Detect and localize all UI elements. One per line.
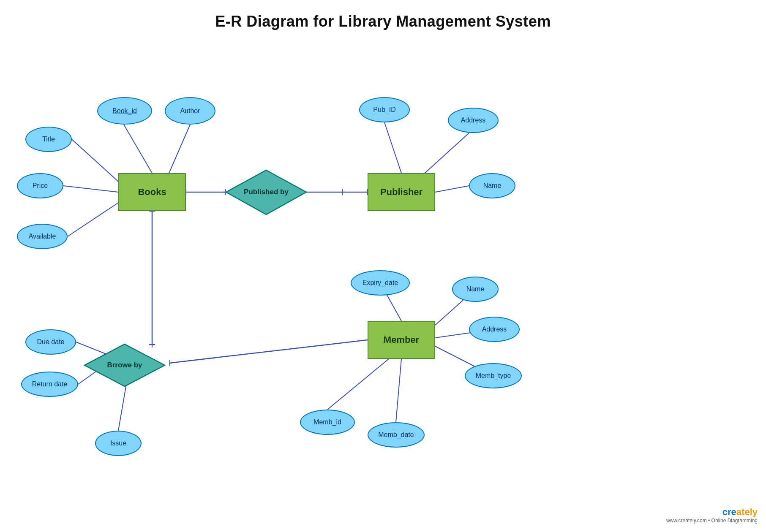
svg-line-2 <box>169 125 190 173</box>
attr-name-member: Name <box>452 277 499 302</box>
attr-pub-id: Pub_ID <box>359 97 410 122</box>
svg-line-28 <box>396 359 401 422</box>
svg-line-12 <box>423 133 469 175</box>
brand-ately: ately <box>736 507 758 517</box>
attr-author: Author <box>165 97 215 125</box>
relationship-brrowe-by: Brrowe by <box>82 342 167 388</box>
brand-cre: cre <box>722 507 736 517</box>
svg-line-11 <box>384 122 401 173</box>
attr-memb-id: Memb_id <box>300 410 355 435</box>
attr-issue: Issue <box>95 431 142 456</box>
svg-line-21 <box>169 340 368 363</box>
er-diagram: Books Publisher Member Published by Brro… <box>0 42 766 532</box>
diagram-title: E-R Diagram for Library Management Syste… <box>0 0 766 30</box>
attr-return-date: Return date <box>21 372 78 397</box>
svg-line-3 <box>63 186 118 192</box>
attr-title: Title <box>25 127 72 152</box>
svg-line-20 <box>118 382 127 431</box>
svg-text:Brrowe by: Brrowe by <box>107 361 142 369</box>
attr-memb-date: Memb_date <box>368 422 425 448</box>
attr-due-date: Due date <box>25 329 76 355</box>
attr-name-publisher: Name <box>469 173 515 198</box>
attr-address-member: Address <box>469 317 520 342</box>
entity-books: Books <box>118 173 186 211</box>
svg-line-13 <box>435 186 469 192</box>
svg-line-27 <box>327 359 389 410</box>
svg-text:Published by: Published by <box>244 188 289 196</box>
relationship-published-by: Published by <box>224 168 308 217</box>
entity-member: Member <box>368 321 435 359</box>
svg-line-1 <box>72 139 118 182</box>
watermark-site: www.creately.com • Online Diagramming <box>666 518 758 524</box>
svg-line-0 <box>124 125 152 173</box>
entity-publisher: Publisher <box>368 173 435 211</box>
attr-book-id: Book_id <box>97 97 152 125</box>
attr-memb-type: Memb_type <box>465 363 522 388</box>
attr-price: Price <box>17 173 63 198</box>
attr-available: Available <box>17 224 68 249</box>
brand-name: creately <box>666 507 758 518</box>
watermark: creately www.creately.com • Online Diagr… <box>666 507 758 524</box>
attr-address-publisher: Address <box>448 108 499 133</box>
svg-line-4 <box>68 203 118 236</box>
attr-expiry-date: Expiry_date <box>351 270 410 296</box>
